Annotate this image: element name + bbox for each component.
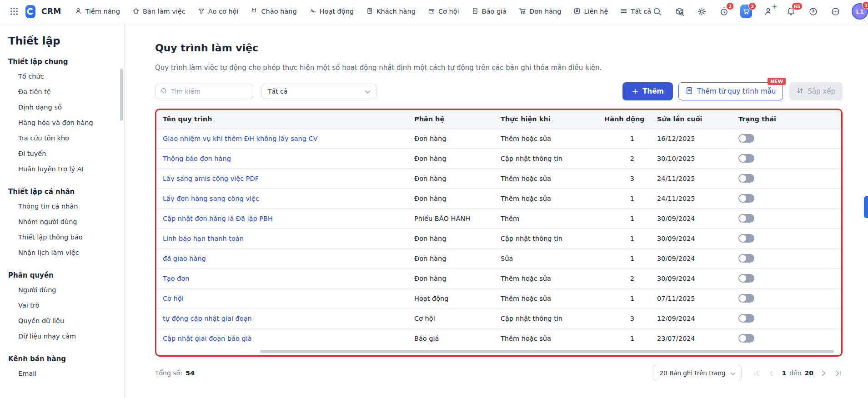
workflow-name-link[interactable]: Lấy đơn hàng sang công việc [163, 195, 259, 202]
sidebar-section-header[interactable]: Phân quyền [8, 271, 115, 279]
sidebar-item[interactable]: Thông tin cá nhân [8, 199, 115, 214]
page-size-select[interactable]: 20 Bản ghi trên trang [653, 365, 742, 381]
first-page-icon[interactable] [753, 369, 761, 377]
sidebar-item[interactable]: Đa tiền tệ [8, 84, 115, 100]
add-user-icon[interactable]: + [763, 5, 774, 17]
help-icon[interactable]: ? [807, 5, 819, 17]
package-search-icon[interactable] [673, 5, 685, 17]
table-row[interactable]: Linh báo hạn thanh toán Đơn hàng Cập nhậ… [156, 228, 841, 248]
module-cell: Đơn hàng [414, 175, 501, 182]
table-row[interactable]: Lấy đơn hàng sang công việc Đơn hàng Thê… [156, 188, 841, 208]
sidebar-item[interactable]: Nhóm người dùng [8, 214, 115, 229]
status-toggle[interactable] [738, 214, 754, 223]
nav-don-hang[interactable]: Đơn hàng [519, 7, 561, 16]
nav-tiem-nang[interactable]: Tiềm năng [75, 7, 120, 16]
sort-button[interactable]: Sắp xếp [789, 82, 843, 100]
status-toggle[interactable] [738, 254, 754, 263]
table-row[interactable]: Giao nhiệm vụ khi thêm ĐH không lấy sang… [156, 128, 841, 148]
workflow-name-link[interactable]: Linh báo hạn thanh toán [163, 235, 244, 242]
sidebar-section-header[interactable]: Thiết lập chung [8, 58, 115, 66]
workflow-name-link[interactable]: Giao nhiệm vụ khi thêm ĐH không lấy sang… [163, 135, 318, 142]
status-toggle[interactable] [738, 294, 754, 303]
module-filter-select[interactable]: Tất cả [261, 84, 376, 99]
nav-co-hoi[interactable]: Cơ hội [428, 7, 459, 16]
table-row[interactable]: Lấy sang amis công việc PDF Đơn hàng Thê… [156, 168, 841, 188]
sidebar-item[interactable]: Huấn luyện trợ lý AI [8, 161, 115, 177]
store-app-icon[interactable]: 2 [740, 5, 752, 17]
sidebar-item[interactable]: Người dùng [8, 282, 115, 298]
status-toggle[interactable] [738, 194, 754, 203]
status-toggle[interactable] [738, 134, 754, 143]
sidebar-item[interactable]: Hàng hóa và đơn hàng [8, 115, 115, 130]
module-cell: Hoạt động [414, 295, 501, 302]
sidebar-item[interactable]: Quyền dữ liệu [8, 313, 115, 328]
app-grid-icon[interactable] [10, 6, 18, 16]
prev-page-icon[interactable] [767, 369, 775, 377]
nav-chao-hang[interactable]: Chào hàng [251, 7, 296, 16]
sidebar-section-header[interactable]: Kênh bán hàng [8, 355, 115, 363]
sidebar-item[interactable]: Nhận lịch làm việc [8, 245, 115, 260]
workflow-name-link[interactable]: đã giao hàng [163, 255, 206, 262]
sidebar-section-general: Thiết lập chung Tổ chứcĐa tiền tệĐịnh dạ… [8, 58, 115, 177]
workflow-name-link[interactable]: Cập nhật đơn hàng là Đã lập PBH [163, 215, 273, 222]
side-panel-tab[interactable] [864, 196, 868, 218]
sidebar-section-header[interactable]: Thiết lập cá nhân [8, 188, 115, 196]
col-ten-quy-trinh: Tên quy trình [163, 115, 414, 123]
nav-lien-he[interactable]: Liên hệ [573, 7, 608, 16]
workflow-name-link[interactable]: Cơ hội [163, 295, 184, 302]
controls-row: Tất cả + Thêm Thêm từ quy trình mẫu NEW … [155, 82, 843, 100]
table-row[interactable]: Cập nhật đơn hàng là Đã lập PBH Phiếu BẢ… [156, 208, 841, 228]
status-toggle[interactable] [738, 174, 754, 183]
add-from-template-button[interactable]: Thêm từ quy trình mẫu NEW [678, 82, 783, 100]
table-row[interactable]: Tạo đơn Đơn hàng Thêm hoặc sửa 2 30/09/2… [156, 268, 841, 288]
nav-tat-ca[interactable]: Tất cả [620, 7, 651, 16]
sidebar-scrollbar[interactable] [120, 69, 123, 121]
nav-bao-gia[interactable]: $ Báo giá [472, 7, 507, 16]
last-edited-cell: 30/09/2024 [641, 275, 738, 282]
status-toggle[interactable] [738, 234, 754, 243]
last-page-icon[interactable] [834, 369, 843, 377]
workflow-name-link[interactable]: tự động cập nhật giai đoạn [163, 315, 252, 322]
bell-icon[interactable]: 65 [785, 5, 797, 17]
workflow-name-link[interactable]: Lấy sang amis công việc PDF [163, 175, 259, 182]
table-row[interactable]: đã giao hàng Đơn hàng Sửa 1 30/09/2024 [156, 248, 841, 268]
sidebar-item[interactable]: Định dạng số [8, 100, 115, 115]
crm-logo-icon[interactable] [25, 5, 35, 18]
timer-icon[interactable]: 2 [718, 5, 730, 17]
nav-ban-lam-viec[interactable]: Bàn làm việc [132, 7, 186, 16]
status-toggle[interactable] [738, 334, 754, 343]
sidebar-item[interactable]: Dữ liệu nhạy cảm [8, 328, 115, 344]
sidebar-item[interactable]: Tổ chức [8, 69, 115, 84]
search-icon[interactable] [651, 5, 663, 17]
status-toggle[interactable] [738, 154, 754, 163]
toggle-knob [739, 295, 746, 302]
nav-ao-co-hoi[interactable]: Ao cơ hội [198, 7, 239, 16]
funnel-icon [198, 7, 205, 16]
table-row[interactable]: Cập nhật giai đoạn báo giá Báo giá Thêm … [156, 328, 841, 348]
table-row[interactable]: Thông báo đơn hàng Đơn hàng Cập nhật thô… [156, 148, 841, 168]
table-horizontal-scrollbar[interactable] [260, 350, 834, 353]
workflow-name-link[interactable]: Thông báo đơn hàng [163, 155, 231, 162]
workflow-name-link[interactable]: Cập nhật giai đoạn báo giá [163, 335, 252, 342]
sidebar-item[interactable]: Đi tuyến [8, 146, 115, 161]
more-icon[interactable] [829, 5, 841, 17]
status-toggle[interactable] [738, 274, 754, 283]
sidebar-item[interactable]: Tra cứu tồn kho [8, 130, 115, 146]
svg-text:?: ? [812, 9, 814, 14]
search-box[interactable] [155, 84, 253, 99]
add-button[interactable]: + Thêm [622, 82, 673, 100]
workflow-name-link[interactable]: Tạo đơn [163, 275, 190, 282]
sidebar-item[interactable]: Email [8, 366, 115, 381]
sidebar-item[interactable]: Thiết lập thông báo [8, 229, 115, 245]
status-toggle[interactable] [738, 314, 754, 323]
total-label: Tổng số: [155, 369, 182, 377]
sidebar-item[interactable]: Vai trò [8, 298, 115, 313]
gear-icon[interactable] [696, 5, 707, 17]
table-row[interactable]: Cơ hội Hoạt động Thêm hoặc sửa 1 07/11/2… [156, 288, 841, 308]
next-page-icon[interactable] [820, 369, 828, 377]
user-avatar[interactable]: L1 1 [852, 3, 868, 20]
table-row[interactable]: tự động cập nhật giai đoạn Cơ hội Cập nh… [156, 308, 841, 328]
nav-khach-hang[interactable]: Khách hàng [366, 7, 416, 16]
nav-hoat-dong[interactable]: Hoạt động [309, 7, 354, 16]
search-input[interactable] [171, 88, 248, 95]
